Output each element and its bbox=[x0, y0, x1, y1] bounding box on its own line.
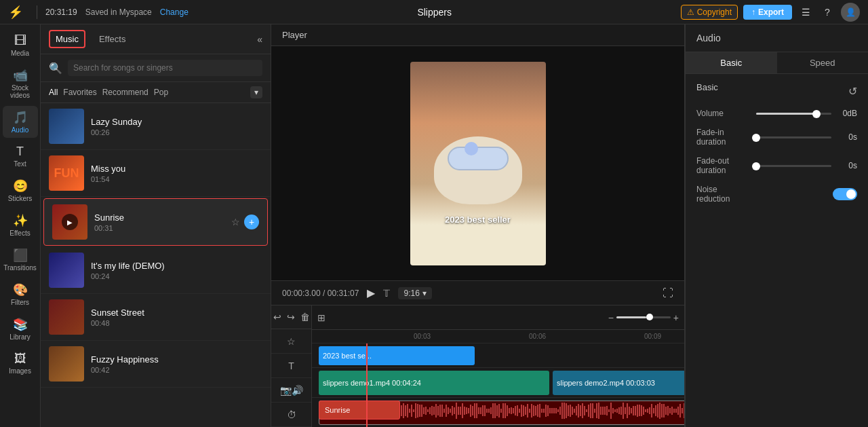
help-icon[interactable]: ? bbox=[819, 4, 835, 20]
list-item[interactable]: Lazy Sunday 00:26 bbox=[41, 103, 271, 150]
player-area: Player 2023 best seller bbox=[271, 24, 685, 427]
music-filters: All Favorites Recommend Pop ▾ bbox=[41, 82, 271, 103]
export-button[interactable]: ↑ Export bbox=[743, 5, 792, 20]
track-star-icon: ☆ bbox=[271, 329, 311, 354]
text-track: 2023 best se... bbox=[312, 344, 684, 368]
undo-button[interactable]: ↩ bbox=[273, 312, 281, 322]
app-logo: ⚡ bbox=[8, 5, 23, 20]
redo-button[interactable]: ↪ bbox=[287, 312, 295, 322]
media-icon: 🎞 bbox=[14, 34, 26, 48]
list-item-active[interactable]: ▶ Sunrise 00:31 ☆ + bbox=[43, 198, 268, 246]
song-info: Sunset Street 00:48 bbox=[91, 308, 262, 327]
zoom-out-button[interactable]: − bbox=[608, 312, 614, 323]
search-input[interactable] bbox=[68, 60, 262, 76]
song-name: Sunrise bbox=[94, 212, 224, 223]
camera-icon: 📷 bbox=[280, 385, 292, 396]
video-content: 2023 best seller bbox=[410, 62, 546, 265]
topbar-change[interactable]: Change bbox=[160, 7, 189, 17]
slipper bbox=[434, 136, 522, 204]
song-duration: 01:54 bbox=[91, 175, 262, 183]
tools-sidebar: 🎞 Media 📹 Stock videos 🎵 Audio T Text 😊 … bbox=[0, 24, 41, 427]
sidebar-item-stickers[interactable]: 😊 Stickers bbox=[3, 174, 38, 206]
volume-slider-thumb bbox=[812, 110, 821, 118]
text-clip[interactable]: 2023 best se... bbox=[319, 346, 475, 365]
play-button[interactable]: ▶ bbox=[367, 286, 375, 299]
sidebar-item-audio[interactable]: 🎵 Audio bbox=[3, 106, 38, 138]
filter-recommend[interactable]: Recommend bbox=[102, 88, 149, 97]
delete-button[interactable]: 🗑 bbox=[300, 312, 310, 322]
filter-all[interactable]: All bbox=[49, 88, 58, 97]
tab-speed[interactable]: Speed bbox=[777, 52, 869, 73]
menu-icon[interactable]: ☰ bbox=[797, 4, 814, 20]
music-collapse-button[interactable]: « bbox=[257, 34, 262, 45]
fullscreen-button[interactable]: ⛶ bbox=[663, 287, 673, 299]
sidebar-item-effects[interactable]: ✨ Effects bbox=[3, 209, 38, 241]
volume-slider[interactable] bbox=[756, 113, 831, 115]
copyright-button[interactable]: ⚠ Copyright bbox=[681, 5, 738, 20]
audio-clip[interactable]: Sunrise bbox=[319, 401, 400, 420]
fade-in-slider-thumb bbox=[752, 134, 760, 142]
timeline-left-controls: ↩ ↪ 🗑 ☆ T 📷 🔊 ⏱ bbox=[271, 305, 312, 427]
noise-toggle[interactable] bbox=[833, 188, 857, 200]
song-info: Lazy Sunday 00:26 bbox=[91, 117, 262, 136]
volume-slider-fill bbox=[756, 113, 816, 115]
song-info: Sunrise 00:31 bbox=[94, 212, 224, 232]
aspect-ratio-selector[interactable]: 9:16 ▾ bbox=[398, 287, 431, 299]
toggle-knob bbox=[846, 189, 856, 199]
topbar-divider bbox=[37, 5, 37, 19]
zoom-slider[interactable] bbox=[616, 316, 671, 318]
audio-panel-header: Audio bbox=[686, 24, 868, 52]
music-panel-header: Music Effects « bbox=[41, 24, 271, 54]
list-item[interactable]: Sunset Street 00:48 bbox=[41, 294, 271, 341]
sidebar-item-media[interactable]: 🎞 Media bbox=[3, 30, 38, 61]
sidebar-item-stock[interactable]: 📹 Stock videos bbox=[3, 64, 38, 103]
filter-favorites[interactable]: Favorites bbox=[63, 88, 96, 97]
sidebar-item-transitions[interactable]: ⬛ Transitions bbox=[3, 244, 38, 276]
slipper-bow bbox=[465, 142, 478, 155]
song-name: It's my life (DEMO) bbox=[91, 261, 262, 271]
sidebar-item-filters[interactable]: 🎨 Filters bbox=[3, 278, 38, 310]
song-info: It's my life (DEMO) 00:24 bbox=[91, 261, 262, 280]
timeline-toolbar: ↩ ↪ 🗑 bbox=[271, 305, 311, 329]
favorite-button[interactable]: ☆ bbox=[231, 217, 240, 227]
video-clip-1-label: slippers demo1.mp4 00:04:24 bbox=[323, 379, 421, 387]
volume-value: 0dB bbox=[837, 109, 857, 118]
timeline: ↩ ↪ 🗑 ☆ T 📷 🔊 ⏱ bbox=[271, 305, 684, 427]
avatar[interactable]: 👤 bbox=[841, 3, 860, 22]
volume-control: Volume 0dB bbox=[696, 109, 857, 118]
add-to-timeline-button[interactable]: + bbox=[244, 215, 259, 229]
video-clip-2[interactable]: slippers demo2.mp4 00:03:03 bbox=[553, 371, 684, 395]
tab-effects[interactable]: Effects bbox=[94, 31, 132, 47]
audio-icon: 🎵 bbox=[13, 110, 28, 125]
tab-basic[interactable]: Basic bbox=[686, 52, 777, 73]
stickers-icon: 😊 bbox=[13, 179, 28, 193]
filter-pop[interactable]: Pop bbox=[154, 88, 168, 97]
timeline-right: ⊞ − + 00:03 00:06 00:09 00:12 bbox=[312, 305, 684, 427]
filter-dropdown[interactable]: ▾ bbox=[250, 86, 262, 98]
fade-out-slider[interactable] bbox=[756, 165, 831, 167]
song-name: Miss you bbox=[91, 164, 262, 174]
song-duration: 00:24 bbox=[91, 272, 262, 280]
player-header: Player bbox=[271, 24, 684, 46]
topbar-title: Slippers bbox=[197, 7, 673, 18]
play-overlay: ▶ bbox=[62, 214, 78, 230]
song-info: Miss you 01:54 bbox=[91, 164, 262, 183]
fade-in-slider[interactable] bbox=[756, 136, 831, 138]
sidebar-item-library[interactable]: 📚 Library bbox=[3, 313, 38, 345]
music-list: Lazy Sunday 00:26 FUN Miss you 01:54 ▶ S… bbox=[41, 103, 271, 427]
tiktok-icon[interactable]: 𝕋 bbox=[383, 288, 390, 299]
video-clip-1[interactable]: slippers demo1.mp4 00:04:24 bbox=[319, 371, 549, 395]
song-duration: 00:26 bbox=[91, 128, 262, 136]
copyright-label: Copyright bbox=[697, 7, 732, 17]
reset-button[interactable]: ↺ bbox=[848, 85, 857, 98]
sidebar-item-images[interactable]: 🖼 Images bbox=[3, 348, 38, 379]
snap-button[interactable]: ⊞ bbox=[317, 312, 326, 323]
list-item[interactable]: It's my life (DEMO) 00:24 bbox=[41, 247, 271, 294]
transitions-icon: ⬛ bbox=[13, 248, 28, 263]
sidebar-item-text[interactable]: T Text bbox=[3, 141, 38, 172]
basic-section-title: Basic bbox=[696, 82, 718, 92]
tab-music[interactable]: Music bbox=[49, 30, 85, 48]
list-item[interactable]: FUN Miss you 01:54 bbox=[41, 150, 271, 197]
list-item[interactable]: Fuzzy Happiness 00:42 bbox=[41, 341, 271, 388]
zoom-in-button[interactable]: + bbox=[673, 312, 679, 323]
